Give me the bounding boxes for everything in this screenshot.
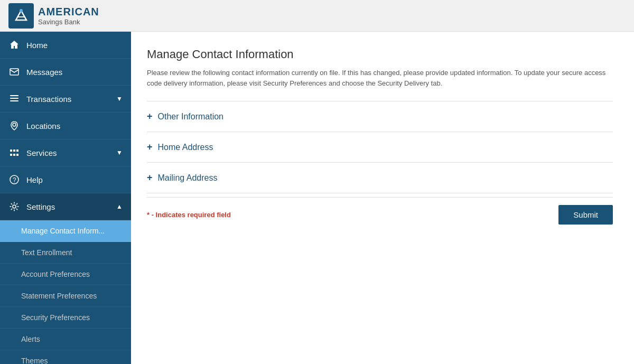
- sidebar: Home Messages Transactions ▼ Locations: [0, 32, 131, 364]
- submit-button[interactable]: Submit: [558, 205, 613, 225]
- logo-sub-text: Savings Bank: [38, 18, 99, 26]
- svg-rect-2: [10, 69, 18, 75]
- sidebar-label-transactions: Transactions: [26, 95, 71, 104]
- sidebar-item-home[interactable]: Home: [0, 32, 131, 59]
- settings-icon: [8, 201, 20, 212]
- help-icon: ?: [8, 174, 20, 185]
- sidebar-label-home: Home: [26, 41, 48, 50]
- svg-rect-11: [13, 154, 15, 156]
- page-title: Manage Contact Information: [147, 48, 613, 61]
- subnav-item-security-preferences[interactable]: Security Preferences: [0, 307, 131, 329]
- svg-rect-3: [10, 95, 18, 96]
- header: AMERICAN Savings Bank: [0, 0, 634, 32]
- logo-text: AMERICAN Savings Bank: [38, 6, 99, 26]
- footer-bar: * - Indicates required field Submit: [147, 197, 613, 225]
- transactions-icon: [8, 93, 20, 105]
- sidebar-item-help[interactable]: ? Help: [0, 166, 131, 193]
- sidebar-label-help: Help: [26, 175, 43, 184]
- subnav-item-account-preferences[interactable]: Account Preferences: [0, 264, 131, 285]
- required-star: *: [147, 211, 152, 219]
- sidebar-label-settings: Settings: [26, 202, 55, 211]
- services-chevron: ▼: [116, 149, 123, 156]
- sidebar-item-settings[interactable]: Settings ▲: [0, 193, 131, 220]
- accordion-header-mailing-address[interactable]: + Mailing Address: [147, 163, 613, 193]
- sidebar-item-locations[interactable]: Locations: [0, 113, 131, 139]
- plus-icon-other-info: +: [147, 111, 153, 122]
- subnav-label-security-preferences: Security Preferences: [21, 313, 90, 322]
- svg-rect-5: [10, 100, 18, 101]
- services-icon: [8, 147, 20, 158]
- subnav-label-themes: Themes: [21, 357, 48, 364]
- logo-icon: [8, 3, 34, 29]
- accordion-header-home-address[interactable]: + Home Address: [147, 132, 613, 162]
- logo-main-text: AMERICAN: [38, 6, 99, 18]
- home-icon: [8, 39, 20, 51]
- content-area: Manage Contact Information Please review…: [131, 32, 634, 364]
- sidebar-item-messages[interactable]: Messages: [0, 59, 131, 86]
- sidebar-item-transactions[interactable]: Transactions ▼: [0, 86, 131, 113]
- svg-rect-9: [16, 150, 18, 152]
- subnav-item-themes[interactable]: Themes: [0, 350, 131, 364]
- accordion-label-other-info: Other Information: [158, 112, 224, 122]
- subnav-label-text-enrollment: Text Enrollment: [21, 248, 72, 257]
- main-layout: Home Messages Transactions ▼ Locations: [0, 32, 634, 364]
- subnav-label-account-preferences: Account Preferences: [21, 270, 90, 278]
- subnav-label-statement-preferences: Statement Preferences: [21, 292, 97, 300]
- transactions-chevron: ▼: [116, 95, 123, 102]
- subnav-label-manage-contact: Manage Contact Inform...: [21, 227, 105, 235]
- subnav-item-text-enrollment[interactable]: Text Enrollment: [0, 242, 131, 264]
- sidebar-label-locations: Locations: [26, 122, 60, 130]
- accordion-mailing-address: + Mailing Address: [147, 162, 613, 193]
- settings-chevron: ▲: [116, 203, 123, 210]
- logo: AMERICAN Savings Bank: [8, 3, 99, 29]
- subnav-item-manage-contact[interactable]: Manage Contact Inform...: [0, 220, 131, 242]
- accordion-label-home-address: Home Address: [158, 143, 213, 152]
- svg-point-6: [13, 123, 16, 126]
- subnav-item-statement-preferences[interactable]: Statement Preferences: [0, 285, 131, 307]
- svg-rect-4: [10, 98, 18, 99]
- sidebar-label-services: Services: [26, 148, 57, 157]
- svg-rect-7: [10, 150, 12, 152]
- svg-rect-8: [13, 150, 15, 152]
- required-note: * - Indicates required field: [147, 211, 231, 219]
- page-description: Please review the following contact info…: [147, 68, 613, 88]
- svg-point-15: [13, 205, 16, 208]
- messages-icon: [8, 66, 20, 78]
- subnav-item-alerts[interactable]: Alerts: [0, 329, 131, 350]
- svg-rect-10: [10, 154, 12, 156]
- accordion-header-other-info[interactable]: + Other Information: [147, 101, 613, 132]
- locations-icon: [8, 120, 20, 132]
- subnav-label-alerts: Alerts: [21, 335, 40, 343]
- accordion-other-info: + Other Information: [147, 101, 613, 132]
- svg-rect-12: [16, 154, 18, 156]
- accordion-home-address: + Home Address: [147, 132, 613, 163]
- plus-icon-mailing-address: +: [147, 172, 153, 183]
- sidebar-label-messages: Messages: [26, 68, 62, 77]
- accordion-label-mailing-address: Mailing Address: [158, 173, 218, 183]
- plus-icon-home-address: +: [147, 142, 153, 153]
- svg-point-1: [20, 9, 23, 12]
- svg-text:?: ?: [13, 176, 16, 184]
- sidebar-item-services[interactable]: Services ▼: [0, 139, 131, 166]
